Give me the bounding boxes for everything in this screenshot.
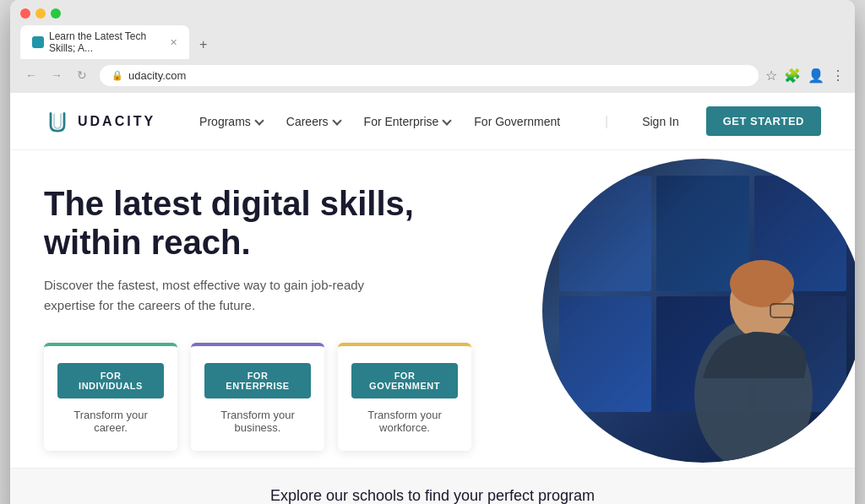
- signin-button[interactable]: Sign In: [632, 110, 689, 133]
- for-individuals-button[interactable]: FOR INDIVIDUALS: [57, 363, 164, 398]
- address-bar-row: ← → ↻ 🔒 udacity.com ☆ 🧩 👤 ⋮: [10, 59, 855, 93]
- for-enterprise-button[interactable]: FOR ENTERPRISE: [204, 363, 311, 398]
- card-government-desc: Transform your workforce.: [351, 409, 458, 434]
- tab-favicon: [32, 36, 44, 48]
- bookmark-icon[interactable]: ☆: [765, 68, 777, 84]
- cards-row: FOR INDIVIDUALS Transform your career. F…: [44, 343, 471, 451]
- hero-section: The latest digital skills, within reach.…: [10, 150, 855, 468]
- url-text: udacity.com: [128, 69, 186, 82]
- nav-links: Programs Careers For Enterprise For Gove…: [189, 110, 581, 133]
- toolbar-icons: ☆ 🧩 👤 ⋮: [765, 68, 845, 84]
- back-button[interactable]: ←: [20, 64, 42, 86]
- card-enterprise: FOR ENTERPRISE Transform your business.: [191, 343, 324, 451]
- svg-point-2: [730, 260, 794, 307]
- logo-icon: [44, 108, 71, 135]
- traffic-light-minimize[interactable]: [35, 8, 46, 19]
- hero-image-bg: [542, 159, 855, 463]
- tab-title: Learn the Latest Tech Skills; A...: [49, 30, 161, 54]
- active-tab[interactable]: Learn the Latest Tech Skills; A... ✕: [20, 25, 189, 59]
- address-bar[interactable]: 🔒 udacity.com: [100, 65, 759, 86]
- careers-chevron: [332, 116, 341, 125]
- bottom-banner: Explore our schools to find your perfect…: [10, 468, 855, 504]
- person-silhouette: [669, 226, 838, 463]
- bottom-banner-text: Explore our schools to find your perfect…: [29, 487, 836, 504]
- tab-bar: Learn the Latest Tech Skills; A... ✕ +: [20, 25, 845, 59]
- new-tab-button[interactable]: +: [191, 32, 215, 57]
- enterprise-chevron: [443, 116, 452, 125]
- hero-left: The latest digital skills, within reach.…: [44, 184, 471, 451]
- nav-government[interactable]: For Government: [464, 110, 570, 133]
- profile-icon[interactable]: 👤: [808, 68, 824, 84]
- tab-close-button[interactable]: ✕: [170, 37, 177, 48]
- nav-divider: |: [605, 114, 608, 129]
- traffic-light-close[interactable]: [20, 8, 30, 19]
- screen-tile-1: [559, 176, 651, 291]
- reload-button[interactable]: ↻: [71, 64, 93, 86]
- screen-tile-4: [559, 296, 651, 412]
- hero-subtitle: Discover the fastest, most effective way…: [44, 275, 382, 316]
- logo[interactable]: UDACITY: [44, 108, 155, 135]
- menu-icon[interactable]: ⋮: [831, 68, 845, 84]
- hero-title: The latest digital skills, within reach.: [44, 184, 471, 262]
- extensions-icon[interactable]: 🧩: [784, 68, 801, 84]
- traffic-light-fullscreen[interactable]: [51, 8, 61, 19]
- for-government-button[interactable]: FOR GOVERNMENT: [351, 363, 458, 398]
- programs-chevron: [254, 116, 264, 125]
- nav-careers[interactable]: Careers: [276, 110, 351, 133]
- card-enterprise-desc: Transform your business.: [204, 409, 311, 434]
- logo-text: UDACITY: [78, 114, 155, 129]
- get-started-button[interactable]: GET STARTED: [706, 106, 821, 136]
- page-content: UDACITY Programs Careers For Enterprise …: [10, 93, 855, 504]
- navbar: UDACITY Programs Careers For Enterprise …: [10, 93, 855, 150]
- nav-enterprise[interactable]: For Enterprise: [354, 110, 461, 133]
- lock-icon: 🔒: [112, 70, 123, 81]
- card-individuals-desc: Transform your career.: [57, 409, 164, 434]
- browser-window: Learn the Latest Tech Skills; A... ✕ + ←…: [10, 0, 855, 504]
- card-government: FOR GOVERNMENT Transform your workforce.: [338, 343, 471, 451]
- browser-chrome: Learn the Latest Tech Skills; A... ✕ +: [10, 0, 855, 59]
- nav-programs[interactable]: Programs: [189, 110, 273, 133]
- card-individuals: FOR INDIVIDUALS Transform your career.: [44, 343, 177, 451]
- nav-buttons: ← → ↻: [20, 64, 93, 86]
- traffic-lights: [20, 8, 845, 19]
- hero-image: [542, 159, 855, 463]
- forward-button[interactable]: →: [46, 64, 68, 86]
